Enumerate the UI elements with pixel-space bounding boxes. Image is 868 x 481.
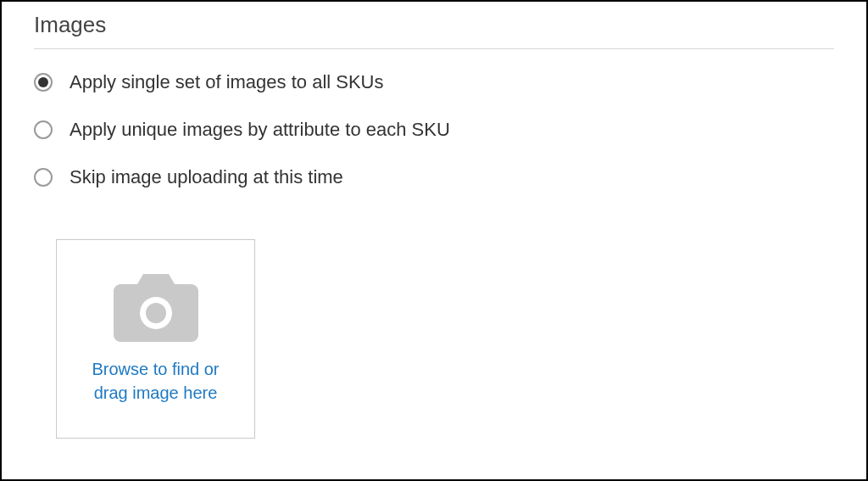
image-upload-dropzone[interactable]: Browse to find or drag image here	[56, 239, 255, 439]
svg-point-1	[146, 303, 166, 323]
upload-prompt-text: Browse to find or drag image here	[57, 357, 254, 405]
radio-icon	[34, 120, 53, 139]
section-title: Images	[34, 12, 834, 38]
radio-option-single-set[interactable]: Apply single set of images to all SKUs	[34, 71, 834, 93]
radio-label: Skip image uploading at this time	[70, 166, 343, 188]
radio-label: Apply single set of images to all SKUs	[70, 71, 384, 93]
radio-label: Apply unique images by attribute to each…	[70, 119, 450, 141]
radio-icon	[34, 168, 53, 187]
section-divider	[34, 48, 834, 49]
camera-icon	[114, 274, 198, 342]
radio-option-unique-by-attribute[interactable]: Apply unique images by attribute to each…	[34, 119, 834, 141]
radio-option-skip[interactable]: Skip image uploading at this time	[34, 166, 834, 188]
radio-icon	[34, 73, 53, 92]
image-mode-radio-group: Apply single set of images to all SKUs A…	[34, 71, 834, 188]
